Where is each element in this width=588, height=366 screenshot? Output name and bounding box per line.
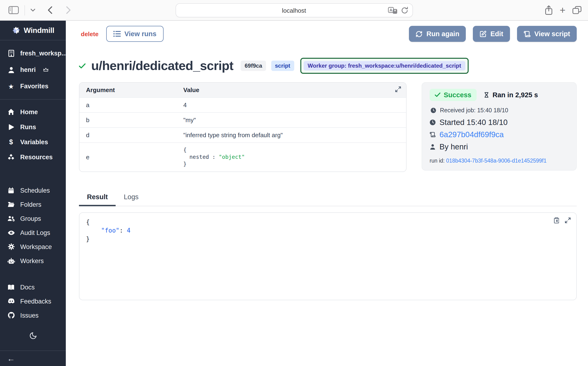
sidebar-item-favorites[interactable]: ★ Favorites bbox=[0, 78, 66, 94]
dark-mode-toggle[interactable] bbox=[0, 332, 66, 340]
copy-result-icon[interactable] bbox=[553, 217, 560, 224]
run-again-label: Run again bbox=[426, 30, 459, 38]
run-again-button[interactable]: Run again bbox=[409, 26, 466, 42]
arguments-table-header: Argument Value bbox=[79, 83, 406, 97]
new-tab-icon[interactable]: + bbox=[560, 5, 565, 15]
job-detail-panel: Success Ran in 2,925 s Re bbox=[422, 82, 577, 171]
cubes-icon bbox=[7, 154, 15, 160]
result-tabs: Result Logs bbox=[79, 193, 577, 206]
sidebar-item-audit-logs[interactable]: Audit Logs bbox=[0, 226, 66, 240]
tab-result[interactable]: Result bbox=[79, 193, 116, 206]
crown-icon bbox=[43, 68, 48, 72]
arg-name: d bbox=[79, 131, 183, 139]
eye-icon bbox=[7, 230, 15, 235]
address-bar[interactable]: localhost A * bbox=[175, 3, 413, 17]
sidebar-item-groups[interactable]: Groups bbox=[0, 211, 66, 226]
brand-name: Windmill bbox=[24, 26, 54, 35]
play-icon bbox=[7, 124, 15, 130]
svg-text:*: * bbox=[394, 8, 396, 14]
arg-value: "inferred type string from default arg" bbox=[183, 131, 283, 139]
column-value: Value bbox=[183, 86, 199, 93]
success-check-icon bbox=[79, 63, 85, 68]
calendar-icon bbox=[7, 187, 15, 193]
view-script-button[interactable]: View script bbox=[517, 26, 577, 42]
browser-toolbar: localhost A * + bbox=[0, 0, 588, 21]
forward-button-icon[interactable] bbox=[66, 6, 71, 14]
sidebar-item-user[interactable]: henri bbox=[0, 61, 66, 78]
book-icon bbox=[7, 284, 15, 290]
sidebar-main-nav: Home Runs $ Variables Resources bbox=[0, 99, 66, 169]
moon-icon bbox=[29, 332, 37, 340]
sidebar: Windmill fresh_worksp... henri bbox=[0, 21, 66, 366]
collapse-sidebar-button[interactable]: ← bbox=[0, 351, 66, 366]
nav-label: Workspace bbox=[20, 243, 52, 250]
back-button-icon[interactable] bbox=[47, 6, 53, 14]
view-runs-label: View runs bbox=[124, 30, 156, 38]
sidebar-item-runs[interactable]: Runs bbox=[0, 119, 66, 134]
brand[interactable]: Windmill bbox=[0, 21, 66, 40]
tab-logs[interactable]: Logs bbox=[116, 193, 147, 206]
sidebar-item-folders[interactable]: Folders bbox=[0, 197, 66, 211]
sidebar-item-issues[interactable]: Issues bbox=[0, 308, 66, 322]
sidebar-item-workers[interactable]: Workers bbox=[0, 254, 66, 268]
view-script-label: View script bbox=[534, 30, 570, 38]
sidebar-item-schedules[interactable]: Schedules bbox=[0, 183, 66, 197]
run-id-link[interactable]: 018b4304-7b3f-548a-9006-d1e1452599f1 bbox=[446, 158, 546, 163]
share-icon[interactable] bbox=[544, 5, 552, 15]
tab-overview-icon[interactable] bbox=[573, 6, 581, 14]
home-icon bbox=[7, 108, 15, 115]
refresh-icon bbox=[416, 30, 423, 37]
delete-button[interactable]: delete bbox=[81, 30, 99, 37]
windmill-logo-icon bbox=[12, 26, 20, 35]
expand-table-icon[interactable] bbox=[395, 86, 401, 92]
json-key: "foo" bbox=[101, 227, 119, 234]
chevron-down-icon[interactable] bbox=[31, 8, 35, 12]
arg-value: "my" bbox=[183, 116, 196, 123]
sidebar-item-workspace-settings[interactable]: Workspace bbox=[0, 240, 66, 254]
result-json: { "foo": 4 } bbox=[86, 218, 570, 243]
arguments-table: Argument Value a 4 b "my" bbox=[79, 82, 407, 172]
main-content: delete View runs Run again bbox=[66, 21, 588, 366]
folder-icon bbox=[7, 202, 15, 207]
building-icon bbox=[7, 50, 15, 57]
discord-icon bbox=[7, 298, 15, 304]
gear-icon bbox=[7, 243, 15, 250]
star-icon: ★ bbox=[7, 83, 15, 90]
sidebar-item-docs[interactable]: Docs bbox=[0, 280, 66, 294]
view-runs-button[interactable]: View runs bbox=[106, 26, 163, 42]
nav-label: Schedules bbox=[20, 187, 50, 194]
script-hash-link[interactable]: 6a297b04df69f9ca bbox=[440, 130, 504, 139]
translate-icon[interactable]: A * bbox=[388, 7, 397, 14]
worker-group-box[interactable]: Worker group: fresh_workspace:u/henri/de… bbox=[300, 58, 469, 74]
nav-label: Issues bbox=[20, 312, 39, 319]
sidebar-item-variables[interactable]: $ Variables bbox=[0, 134, 66, 149]
table-row: a 4 bbox=[79, 97, 406, 112]
clock-icon bbox=[431, 107, 436, 113]
sidebar-item-home[interactable]: Home bbox=[0, 104, 66, 119]
hash-badge: 69f9ca bbox=[241, 61, 266, 71]
sidebar-toggle-icon[interactable] bbox=[8, 6, 19, 14]
job-toolbar: delete View runs Run again bbox=[79, 26, 577, 42]
sidebar-help-nav: Docs Feedbacks Issues bbox=[0, 280, 66, 322]
edit-label: Edit bbox=[490, 30, 503, 38]
nav-label: Groups bbox=[20, 215, 41, 222]
svg-text:A: A bbox=[389, 8, 392, 12]
expand-result-icon[interactable] bbox=[565, 217, 571, 224]
kind-badge: script bbox=[271, 61, 294, 71]
edit-button[interactable]: Edit bbox=[473, 26, 510, 42]
nav-label: Variables bbox=[20, 138, 48, 145]
clock-icon bbox=[430, 119, 436, 125]
duration: Ran in 2,925 s bbox=[484, 91, 538, 99]
nav-label: Workers bbox=[20, 257, 44, 264]
duration-text: Ran in 2,925 s bbox=[493, 91, 538, 99]
left-arrow-icon: ← bbox=[7, 354, 15, 362]
sidebar-item-feedbacks[interactable]: Feedbacks bbox=[0, 294, 66, 308]
json-brace: } bbox=[86, 235, 570, 243]
arg-name: a bbox=[79, 101, 183, 108]
sidebar-item-resources[interactable]: Resources bbox=[0, 149, 66, 164]
status-badge: Success bbox=[430, 89, 477, 101]
job-header: u/henri/dedicated_script 69f9ca script W… bbox=[79, 56, 577, 76]
sidebar-item-workspace[interactable]: fresh_worksp... bbox=[0, 45, 66, 61]
page-title: u/henri/dedicated_script bbox=[91, 59, 233, 73]
reload-icon[interactable] bbox=[401, 7, 408, 14]
